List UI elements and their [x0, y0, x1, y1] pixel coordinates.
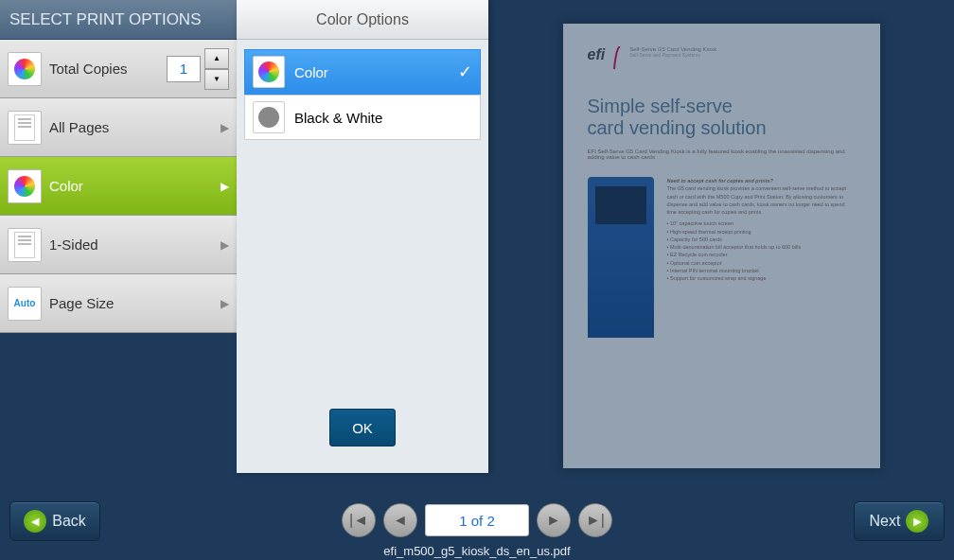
- logo-flare-icon: [612, 46, 622, 71]
- choice-label: Color: [294, 64, 458, 80]
- panel-title: SELECT PRINT OPTIONS: [0, 0, 237, 40]
- copies-icon: [8, 52, 42, 86]
- choice-bw[interactable]: Black & White: [244, 95, 481, 140]
- chevron-right-icon: ▶: [221, 297, 229, 310]
- color-options-submenu: Color Options Color ✓ Black & White OK: [237, 0, 488, 473]
- preview-page: efi Self-Serve G5 Card Vending Kiosk Sel…: [563, 24, 880, 468]
- choice-list: Color ✓ Black & White: [237, 40, 488, 149]
- color-icon: [8, 169, 42, 203]
- bottom-bar: ◄ Back |◄ ◄ 1 of 2 ► ►| Next ► efi_m500_…: [0, 492, 954, 560]
- bw-icon: [253, 101, 285, 133]
- doc-logo-sub2: Self-Serve and Payment Systems: [629, 52, 716, 58]
- chevron-right-icon: ▶: [221, 121, 229, 134]
- doc-title: Simple self-serve card vending solution: [588, 96, 856, 139]
- back-button[interactable]: ◄ Back: [9, 501, 100, 541]
- option-label: 1-Sided: [49, 236, 221, 253]
- page-last-button[interactable]: ►|: [578, 503, 612, 537]
- option-label: Color: [49, 178, 221, 194]
- print-options-panel: SELECT PRINT OPTIONS Total Copies ▲ ▼ Al…: [0, 0, 237, 560]
- doc-intro: EFI Self-Serve G5 Card Vending Kiosk is …: [588, 149, 856, 160]
- sides-icon: [8, 228, 42, 262]
- page-next-button[interactable]: ►: [537, 503, 571, 537]
- color-icon: [253, 56, 285, 88]
- total-copies-row: Total Copies ▲ ▼: [0, 40, 237, 98]
- option-label: All Pages: [49, 119, 221, 135]
- page-indicator: 1 of 2: [425, 504, 529, 536]
- chevron-right-icon: ▶: [221, 180, 229, 193]
- submenu-title: Color Options: [237, 0, 488, 40]
- copies-label: Total Copies: [49, 61, 159, 77]
- chevron-right-icon: ▶: [221, 238, 229, 252]
- next-button[interactable]: Next ►: [854, 501, 945, 541]
- copies-stepper: ▲ ▼: [204, 48, 229, 90]
- copies-input[interactable]: [167, 56, 201, 82]
- page-prev-button[interactable]: ◄: [383, 503, 417, 537]
- option-sides[interactable]: 1-Sided ▶: [0, 216, 237, 274]
- choice-label: Black & White: [294, 110, 472, 126]
- doc-logo: efi: [588, 46, 606, 63]
- page-first-button[interactable]: |◄: [342, 503, 376, 537]
- filename-label: efi_m500_g5_kiosk_ds_en_us.pdf: [383, 544, 570, 558]
- pagesize-icon: Auto: [8, 287, 42, 321]
- copies-down-button[interactable]: ▼: [204, 69, 229, 90]
- checkmark-icon: ✓: [458, 61, 472, 82]
- document-preview: efi Self-Serve G5 Card Vending Kiosk Sel…: [488, 0, 954, 492]
- back-arrow-icon: ◄: [24, 510, 46, 533]
- pager: |◄ ◄ 1 of 2 ► ►|: [342, 503, 612, 537]
- copies-up-button[interactable]: ▲: [204, 48, 229, 69]
- doc-side-column: Need to accept cash for copies and print…: [667, 177, 856, 338]
- ok-button[interactable]: OK: [329, 409, 396, 446]
- next-arrow-icon: ►: [906, 510, 928, 533]
- option-label: Page Size: [49, 295, 221, 311]
- choice-color[interactable]: Color ✓: [244, 49, 481, 95]
- option-all-pages[interactable]: All Pages ▶: [0, 98, 237, 157]
- option-color[interactable]: Color ▶: [0, 157, 237, 216]
- option-page-size[interactable]: Auto Page Size ▶: [0, 274, 237, 333]
- pages-icon: [8, 111, 42, 145]
- kiosk-image: [588, 177, 654, 338]
